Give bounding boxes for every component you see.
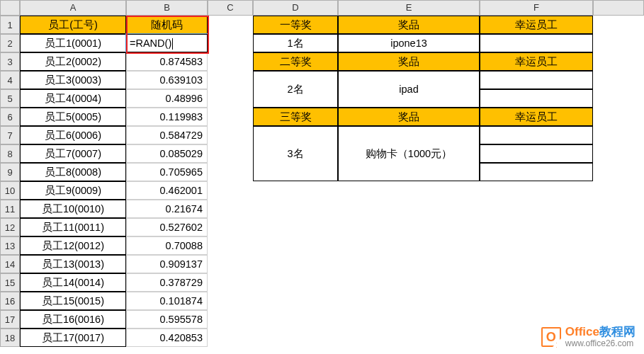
cell-A7[interactable]: 员工6(0006) bbox=[20, 126, 126, 144]
cell-F4[interactable] bbox=[480, 71, 593, 89]
cell-B15[interactable]: 0.378729 bbox=[126, 273, 208, 292]
cell-A16[interactable]: 员工15(0015) bbox=[20, 292, 126, 310]
row-header[interactable]: 12 bbox=[0, 218, 20, 236]
cell-E6[interactable]: 奖品 bbox=[338, 108, 480, 126]
spreadsheet-grid[interactable]: A B C D E F 1 员工(工号) 随机码 一等奖 奖品 幸运员工 2 员… bbox=[0, 0, 644, 347]
cell-B8[interactable]: 0.085029 bbox=[126, 144, 208, 163]
cell-F9[interactable] bbox=[480, 163, 593, 181]
cell-D3[interactable]: 二等奖 bbox=[253, 52, 338, 71]
cell-A18[interactable]: 员工17(0017) bbox=[20, 329, 126, 347]
row-header[interactable]: 14 bbox=[0, 255, 20, 273]
watermark: O Office教程网 www.office26.com bbox=[541, 326, 635, 348]
cell-A12[interactable]: 员工11(0011) bbox=[20, 218, 126, 236]
cell-B3[interactable]: 0.874583 bbox=[126, 52, 208, 71]
row-header[interactable]: 18 bbox=[0, 329, 20, 347]
cell-F2[interactable] bbox=[480, 34, 593, 52]
cell-E3[interactable]: 奖品 bbox=[338, 52, 480, 71]
cell-E1[interactable]: 奖品 bbox=[338, 16, 480, 34]
row-header[interactable]: 11 bbox=[0, 200, 20, 218]
cell-B9[interactable]: 0.705965 bbox=[126, 163, 208, 181]
cell-B4[interactable]: 0.639103 bbox=[126, 71, 208, 89]
cell-A6[interactable]: 员工5(0005) bbox=[20, 108, 126, 126]
cell-B11[interactable]: 0.21674 bbox=[126, 200, 208, 218]
cell-A9[interactable]: 员工8(0008) bbox=[20, 163, 126, 181]
cell-F3[interactable]: 幸运员工 bbox=[480, 52, 593, 71]
cell-A13[interactable]: 员工12(0012) bbox=[20, 236, 126, 255]
cell-B16[interactable]: 0.101874 bbox=[126, 292, 208, 310]
watermark-domain: www.office26.com bbox=[565, 339, 635, 348]
cell-F8[interactable] bbox=[480, 144, 593, 163]
row-header[interactable]: 7 bbox=[0, 126, 20, 144]
cell-E4-merged[interactable]: ipad bbox=[338, 71, 480, 108]
cell-B14[interactable]: 0.909137 bbox=[126, 255, 208, 273]
row-header[interactable]: 10 bbox=[0, 181, 20, 200]
row-header[interactable]: 2 bbox=[0, 34, 20, 52]
cell-A11[interactable]: 员工10(0010) bbox=[20, 200, 126, 218]
cell-F6[interactable]: 幸运员工 bbox=[480, 108, 593, 126]
cell-B18[interactable]: 0.420853 bbox=[126, 329, 208, 347]
col-header-B[interactable]: B bbox=[126, 0, 208, 16]
cell-C1[interactable] bbox=[208, 16, 253, 34]
cell-A14[interactable]: 员工13(0013) bbox=[20, 255, 126, 273]
row-header[interactable]: 6 bbox=[0, 108, 20, 126]
row-header[interactable]: 16 bbox=[0, 292, 20, 310]
row-header[interactable]: 13 bbox=[0, 236, 20, 255]
col-header-extra bbox=[593, 0, 644, 16]
cell-E7-merged[interactable]: 购物卡（1000元） bbox=[338, 126, 480, 181]
col-header-A[interactable]: A bbox=[20, 0, 126, 16]
col-header-C[interactable]: C bbox=[208, 0, 253, 16]
cell-A17[interactable]: 员工16(0016) bbox=[20, 310, 126, 329]
cell-A4[interactable]: 员工3(0003) bbox=[20, 71, 126, 89]
row-header[interactable]: 8 bbox=[0, 144, 20, 163]
cell-B10[interactable]: 0.462001 bbox=[126, 181, 208, 200]
row-header[interactable]: 4 bbox=[0, 71, 20, 89]
cell-B1[interactable]: 随机码 bbox=[126, 16, 208, 34]
row-header[interactable]: 5 bbox=[0, 89, 20, 108]
corner-select-all[interactable] bbox=[0, 0, 20, 16]
cell-E2[interactable]: ipone13 bbox=[338, 34, 480, 52]
cell-A15[interactable]: 员工14(0014) bbox=[20, 273, 126, 292]
row-header[interactable]: 1 bbox=[0, 16, 20, 34]
row-header[interactable]: 3 bbox=[0, 52, 20, 71]
cell-F7[interactable] bbox=[480, 126, 593, 144]
col-header-D[interactable]: D bbox=[253, 0, 338, 16]
cell-B17[interactable]: 0.595578 bbox=[126, 310, 208, 329]
cell-A5[interactable]: 员工4(0004) bbox=[20, 89, 126, 108]
cell-B13[interactable]: 0.70088 bbox=[126, 236, 208, 255]
col-header-E[interactable]: E bbox=[338, 0, 480, 16]
row-header[interactable]: 17 bbox=[0, 310, 20, 329]
cell-A3[interactable]: 员工2(0002) bbox=[20, 52, 126, 71]
row-header[interactable]: 15 bbox=[0, 273, 20, 292]
col-header-F[interactable]: F bbox=[480, 0, 593, 16]
watermark-brand: Office教程网 bbox=[565, 326, 635, 339]
cell-F5[interactable] bbox=[480, 89, 593, 108]
row-header[interactable]: 9 bbox=[0, 163, 20, 181]
text-cursor bbox=[172, 38, 173, 50]
cell-D2[interactable]: 1名 bbox=[253, 34, 338, 52]
cell-B6[interactable]: 0.119983 bbox=[126, 108, 208, 126]
cell-A8[interactable]: 员工7(0007) bbox=[20, 144, 126, 163]
cell-F1[interactable]: 幸运员工 bbox=[480, 16, 593, 34]
cell-D1[interactable]: 一等奖 bbox=[253, 16, 338, 34]
cell-A2[interactable]: 员工1(0001) bbox=[20, 34, 126, 52]
cell-A1[interactable]: 员工(工号) bbox=[20, 16, 126, 34]
cell-A10[interactable]: 员工9(0009) bbox=[20, 181, 126, 200]
cell-B7[interactable]: 0.584729 bbox=[126, 126, 208, 144]
cell-D7-merged[interactable]: 3名 bbox=[253, 126, 338, 181]
cell-B5[interactable]: 0.48996 bbox=[126, 89, 208, 108]
cell-B12[interactable]: 0.527602 bbox=[126, 218, 208, 236]
cell-D6[interactable]: 三等奖 bbox=[253, 108, 338, 126]
formula-text: =RAND() bbox=[130, 38, 171, 49]
cell-D4-merged[interactable]: 2名 bbox=[253, 71, 338, 108]
logo-icon: O bbox=[541, 327, 561, 347]
cell-B2-editing[interactable]: =RAND() bbox=[126, 34, 208, 52]
